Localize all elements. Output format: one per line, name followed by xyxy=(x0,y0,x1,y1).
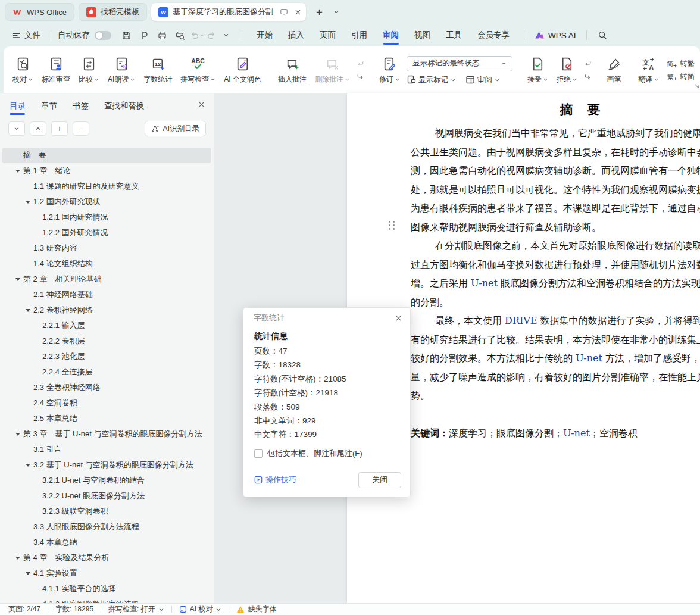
toc-item[interactable]: 摘 要 xyxy=(2,148,211,163)
previous-item-icon[interactable] xyxy=(583,60,592,68)
ribbon-s2t-button[interactable]: 简转繁 xyxy=(667,59,695,69)
ribbon-review-pane-button[interactable]: 审阅 xyxy=(465,75,500,85)
expand-all-button[interactable]: + xyxy=(51,121,68,136)
spell-check-status[interactable]: 拼写检查: 打开 xyxy=(108,604,164,614)
toc-item[interactable]: 2.2 卷积神经网络 xyxy=(0,302,214,318)
close-tab-icon[interactable] xyxy=(295,9,301,15)
toc-item[interactable]: 2.3 全卷积神经网络 xyxy=(0,380,214,395)
toc-item[interactable]: 3.2.2 U-net 眼底图像分割方法 xyxy=(0,488,214,504)
ai-recognize-toc-button[interactable]: AI识别目录 xyxy=(145,121,206,136)
redo-button[interactable] xyxy=(207,30,216,40)
tab-document[interactable]: W 基于深度学习的眼底图像分割 xyxy=(151,3,306,21)
new-tab-button[interactable] xyxy=(312,5,327,19)
sidebar-tab-bookmarks[interactable]: 书签 xyxy=(73,93,89,118)
collapse-arrow-icon[interactable] xyxy=(26,572,33,575)
document-keywords[interactable]: 关键词：深度学习；眼底图像分割；U-net；空洞卷积 xyxy=(411,427,700,440)
autosave-toggle[interactable] xyxy=(95,31,111,40)
ribbon-standard-review-button[interactable]: 标准审查 xyxy=(38,51,74,90)
menu-tab-会员专享[interactable]: 会员专享 xyxy=(470,24,517,46)
doc-line[interactable]: 量，减少了噪声造成的影响，有着较好的图片分割准确率，在性能上具 xyxy=(411,368,700,387)
collapse-arrow-icon[interactable] xyxy=(26,309,33,312)
tab-list-chevron-icon[interactable] xyxy=(329,5,343,19)
toc-item[interactable]: 3.2.3 级联空洞卷积 xyxy=(0,504,214,519)
collapse-arrow-icon[interactable] xyxy=(15,557,23,560)
print-button[interactable] xyxy=(154,27,170,43)
toc-item[interactable]: 2.2.4 全连接层 xyxy=(0,364,214,380)
word-count-indicator[interactable]: 字数: 18295 xyxy=(55,604,93,614)
undo-button[interactable] xyxy=(190,30,204,40)
toc-item[interactable]: 第 2 章 相关理论基础 xyxy=(0,271,214,287)
sidebar-tab-chapters[interactable]: 章节 xyxy=(41,93,57,118)
doc-line[interactable]: 有的研究结果进行了比较。结果表明，本方法即使在非常小的训练集上 xyxy=(411,330,700,349)
doc-line[interactable]: 的分割。 xyxy=(411,293,700,312)
doc-line[interactable]: 势。 xyxy=(411,386,700,405)
tab-docer-templates[interactable]: 找稻壳模板 xyxy=(79,3,147,21)
close-sidebar-icon[interactable] xyxy=(198,101,205,108)
toc-item[interactable]: 4.1.1 实验平台的选择 xyxy=(0,581,214,597)
doc-line[interactable]: 为患有眼科疾病的患者带来了福音。本课题即是在此背景下，通过自动 xyxy=(411,199,700,218)
toc-item[interactable]: 4.1 实验设置 xyxy=(0,566,214,581)
toc-item[interactable]: 1.1 课题的研究目的及研究意义 xyxy=(0,179,214,194)
doc-line[interactable]: 视网膜病变在我们当中非常常见，它严重地威胁到了我们的健康 xyxy=(411,124,700,143)
menu-tab-引用[interactable]: 引用 xyxy=(343,24,375,46)
ribbon-brush-button[interactable]: 画笔 xyxy=(602,51,626,90)
doc-line[interactable]: 较好的分割效果。本方法相比于传统的 U-net 方法，增加了感受野，同 xyxy=(411,349,700,368)
dialog-launcher-icon[interactable] xyxy=(693,83,699,89)
ribbon-compare-button[interactable]: 比较 xyxy=(74,51,104,90)
toc-item[interactable]: 第 1 章 绪论 xyxy=(0,163,214,179)
export-pdf-button[interactable] xyxy=(136,27,152,43)
doc-line[interactable]: 在分割眼底图像之前，本文首先对原始眼底图像进行数据的读取， xyxy=(411,236,700,255)
toc-item[interactable]: 2.5 本章总结 xyxy=(0,411,214,426)
toc-item[interactable]: 1.2 国内外研究现状 xyxy=(0,194,214,210)
toc-item[interactable]: 2.4 空洞卷积 xyxy=(0,395,214,411)
ribbon-ai-polish-button[interactable]: AI 全文润色 xyxy=(220,51,265,90)
ribbon-translate-button[interactable]: 文A翻译 xyxy=(634,51,663,90)
ribbon-spell-check-button[interactable]: ABC拼写检查 xyxy=(176,51,220,90)
toc-item[interactable]: 1.2.1 国内研究情况 xyxy=(0,210,214,225)
ribbon-proofread-button[interactable]: 校对 xyxy=(8,51,38,90)
markup-state-dropdown[interactable]: 显示标记的最终状态 xyxy=(407,56,512,71)
toc-item[interactable]: 3.4 本章总结 xyxy=(0,535,214,550)
menu-tab-审阅[interactable]: 审阅 xyxy=(375,24,407,46)
menu-tab-开始[interactable]: 开始 xyxy=(249,24,280,46)
checkbox[interactable] xyxy=(254,449,262,458)
collapse-arrow-icon[interactable] xyxy=(15,433,23,436)
collapse-arrow-icon[interactable] xyxy=(26,201,33,204)
toolbar-more-button[interactable] xyxy=(218,27,234,43)
menu-tab-插入[interactable]: 插入 xyxy=(280,24,312,46)
dialog-header[interactable]: 字数统计 xyxy=(243,308,410,328)
ribbon-word-count-button[interactable]: 12字数统计 xyxy=(139,51,176,90)
toc-item[interactable]: 2.2.1 输入层 xyxy=(0,318,214,333)
toc-item[interactable]: 2.2.2 卷积层 xyxy=(0,333,214,349)
toc-item[interactable]: 2.2.3 池化层 xyxy=(0,349,214,364)
ribbon-ai-read-button[interactable]: AI朗读 xyxy=(104,51,139,90)
document-title[interactable]: 摘 要 xyxy=(411,101,700,119)
toc-item[interactable]: 1.4 论文组织结构 xyxy=(0,256,214,271)
toc-item[interactable]: 1.3 研究内容 xyxy=(0,241,214,256)
print-preview-button[interactable] xyxy=(172,27,188,43)
paragraph-drag-handle[interactable] xyxy=(389,221,396,232)
ribbon-revise-button[interactable]: 修订 xyxy=(375,51,404,90)
next-item-icon[interactable] xyxy=(583,73,592,82)
toc-item[interactable]: 第 3 章 基于 U-net 与空洞卷积的眼底图像分割方法 xyxy=(0,426,214,442)
sidebar-tab-toc[interactable]: 目录 xyxy=(10,93,26,118)
close-dialog-button[interactable]: 关闭 xyxy=(358,472,401,488)
missing-font-warning[interactable]: 缺失字体 xyxy=(236,604,276,614)
ribbon-t2s-button[interactable]: 繁转简 xyxy=(667,72,695,82)
ribbon-show-markup-button[interactable]: 显示标记 xyxy=(407,75,456,85)
collapse-arrow-icon[interactable] xyxy=(15,278,23,281)
toc-item[interactable]: 2.1 神经网络基础 xyxy=(0,287,214,302)
toc-item[interactable]: 3.3 人眼眼底图像分割方法流程 xyxy=(0,519,214,535)
include-footnotes-option[interactable]: 包括文本框、脚注和尾注(F) xyxy=(254,448,362,459)
doc-line[interactable]: 增。之后采用 U-net 眼底图像分割方法和空洞卷积相结合的方法实现了 xyxy=(411,274,700,293)
menu-tab-工具[interactable]: 工具 xyxy=(438,24,470,46)
ai-proofread-button[interactable]: AI 校对 xyxy=(179,604,222,614)
wps-ai-button[interactable]: WPS AI xyxy=(531,31,580,40)
ribbon-reject-button[interactable]: 拒绝 xyxy=(552,51,582,90)
menu-tab-页面[interactable]: 页面 xyxy=(312,24,343,46)
toc-item[interactable]: 3.2.1 U-net 与空洞卷积的结合 xyxy=(0,473,214,488)
doc-line[interactable]: 处，那就是可以拍照且可以可视化。这个特性为我们观察视网膜病变提供 xyxy=(411,180,700,199)
tips-link[interactable]: 操作技巧 xyxy=(254,474,296,485)
collapse-arrow-icon[interactable] xyxy=(15,170,23,173)
page-indicator[interactable]: 页面: 2/47 xyxy=(8,604,40,614)
